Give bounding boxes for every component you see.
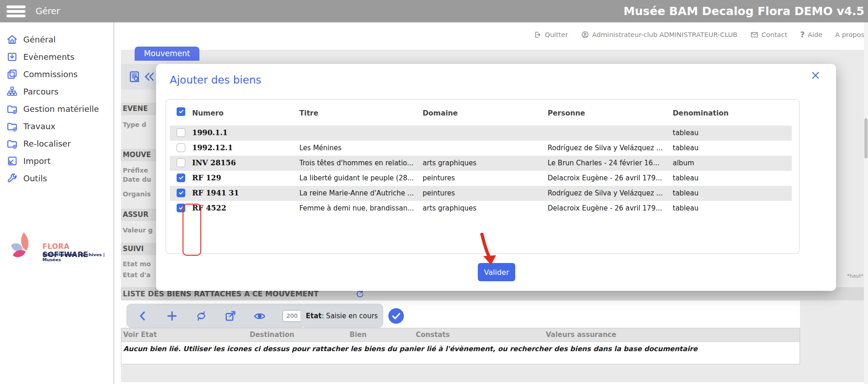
brand-flora: FLORA [42,242,70,251]
cell-domaine: peintures [423,189,544,197]
topbar-links: QuitterAdministrateur-club ADMINISTRATEU… [533,29,864,40]
page-label: Organis [123,190,156,198]
cell-denomination: tableau [673,129,789,137]
cell-personne: Rodríguez de Silva y Velázquez ... [548,144,669,152]
chevron-left-icon[interactable] [136,310,149,322]
cell-personne: Le Brun Charles - 24 février 16... [548,159,669,167]
tray-icon [6,51,18,63]
page-label: Valeur g [123,226,156,234]
topbar-link-contact[interactable]: Contact [750,31,787,39]
flora-flower-icon [7,231,37,261]
checkbox-checked[interactable] [177,189,185,197]
sidebar-item-label: Outils [23,174,47,183]
modal-table-row[interactable]: RF 1941 31La reine Marie-Anne d'Autriche… [166,186,799,201]
checkbox-checked[interactable] [177,174,185,182]
page-label: MOUVE [123,151,156,159]
home-icon [6,34,18,45]
page-scrollbar[interactable] [864,22,868,384]
folder-globe-icon [6,121,18,132]
cell-numero: INV 28156 [192,158,295,167]
sidebar-item-label: Général [23,35,56,44]
checkbox-unchecked[interactable] [177,158,185,167]
column-header-personne: Personne [548,109,585,117]
sidebar-item-parcours[interactable]: Parcours [0,83,114,100]
sidebar-item-re-localiser[interactable]: Re-localiser [0,135,114,152]
add-icon[interactable] [166,310,178,322]
topbar-link-label: Quitter [545,31,568,38]
haut-link[interactable]: *haut* [847,273,863,279]
sidebar-nav: GénéralEvènementsCommissionsParcoursGest… [0,31,114,187]
sidebar-item-import[interactable]: Import [0,152,114,169]
column-header-titre: Titre [299,109,318,117]
cell-titre: Trois têtes d'hommes en relatio... [299,159,419,167]
sidebar-item-label: Parcours [23,87,58,96]
sidebar-item-label: Travaux [23,121,56,131]
flora-logo: FLORA SOFTWARE Bibliothèques | Archives … [0,231,114,272]
sitemap-icon [6,86,18,97]
modal-table-row[interactable]: RF 4522Femme à demi nue, brandissan...ar… [166,201,799,216]
cell-numero: RF 4522 [192,204,295,212]
bottom-column-header: Destination [250,331,294,339]
confirm-check-button[interactable] [388,308,404,324]
folder-globe-icon [6,103,18,115]
import-icon [6,155,18,167]
topbar-link-label: A propos [835,31,864,38]
checkbox-unchecked[interactable] [177,128,185,137]
sidebar-item-travaux[interactable]: Travaux [0,117,114,135]
etat-status-box: Etat : Saisie en cours [300,304,383,328]
modal-table-row[interactable]: 1992.12.1Les MéninesRodríguez de Silva y… [166,141,799,156]
bottom-column-header: Voir Etat [123,331,157,339]
cell-denomination: tableau [673,144,789,152]
menu-label: Gérer [36,0,60,22]
modal-table-row[interactable]: INV 28156Trois têtes d'hommes en relatio… [166,156,799,171]
hamburger-menu-icon[interactable] [6,5,26,17]
cell-domaine: peintures [423,174,544,182]
external-link-icon[interactable] [224,310,237,322]
modal-table-row[interactable]: RF 129La liberté guidant le peuple (28..… [166,171,799,186]
sync-icon[interactable] [195,310,208,322]
page-label: Etat mo [123,260,156,268]
page-label: Préfixe [123,167,156,174]
cell-titre: Les Ménines [299,144,419,152]
cell-denomination: tableau [673,174,789,182]
select-all-checkbox[interactable] [177,107,185,116]
cell-denomination: tableau [673,204,789,212]
sidebar-item-evenements[interactable]: Evènements [0,48,114,65]
tab-mouvement[interactable]: Mouvement [135,47,199,61]
add-items-modal: Ajouter des biens NumeroTitreDomainePers… [156,64,836,291]
column-header-domaine: Domaine [423,109,458,117]
list-search-icon[interactable] [128,70,141,83]
page-label: SUIVI [123,245,156,253]
mail-icon [750,31,758,39]
record-count-field[interactable]: 200 [282,310,302,322]
sidebar-item-label: Evènements [23,52,74,62]
eye-icon[interactable] [253,310,266,322]
sidebar-item-general[interactable]: Général [0,31,114,48]
sidebar-item-outils[interactable]: Outils [0,169,114,187]
wrench-icon [6,173,18,184]
topbar-link-user[interactable]: Administrateur-club ADMINISTRATEUR-CLUB [581,31,737,39]
topbar-link-quitter[interactable]: Quitter [533,31,568,39]
checkbox-unchecked[interactable] [177,143,185,152]
cell-numero: 1990.1.1 [192,128,295,137]
valider-button[interactable]: Valider [478,263,515,281]
cell-numero: 1992.12.1 [192,143,295,152]
sidebar: GénéralEvènementsCommissionsParcoursGest… [0,22,114,384]
cell-domaine: arts graphiques [423,159,544,167]
sidebar-item-label: Gestion matérielle [23,104,99,114]
sidebar-item-commissions[interactable]: Commissions [0,65,114,83]
logout-icon [533,31,542,39]
close-icon[interactable] [810,70,821,80]
topbar-link-label: Contact [762,31,787,38]
scrollbar-thumb[interactable] [864,118,868,158]
modal-table-row[interactable]: 1990.1.1tableau [166,126,799,141]
undo-icon[interactable] [143,70,156,83]
folders-icon [6,68,18,80]
app-header: Gérer Musée BAM Decalog Flora DEMO v4.5 [0,0,868,22]
records-toolbar: 200 [126,304,306,328]
linked-items-table-header: Voir EtatDestinationBienConstatsValeurs … [121,328,800,342]
topbar-link-apropos[interactable]: A propos [835,31,864,38]
topbar-link-aide[interactable]: ?Aide [800,30,822,39]
sidebar-item-gestion-materielle[interactable]: Gestion matérielle [0,100,114,117]
checkbox-checked[interactable] [177,204,185,212]
